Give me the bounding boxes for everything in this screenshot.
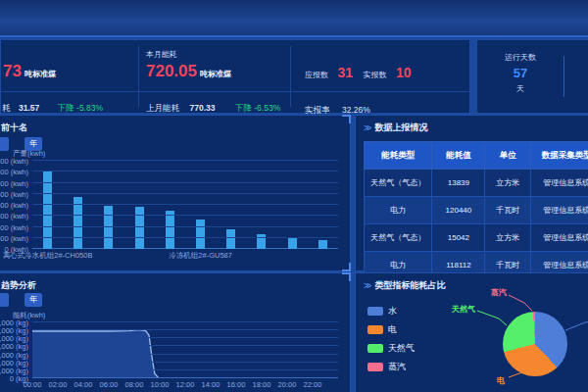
bar: [104, 206, 113, 249]
gridline: [32, 226, 338, 227]
rate-label: 实报率: [305, 105, 330, 115]
y-tick-label: 1,000 (kg): [0, 366, 28, 374]
legend-label: 蒸汽: [388, 361, 406, 373]
gridline: [32, 369, 338, 370]
bar: [288, 237, 297, 249]
trend-month-tab-partial[interactable]: [0, 293, 9, 307]
time-tick-label: 02:00: [49, 380, 68, 389]
month-label: 本月能耗: [146, 49, 177, 60]
legend-chip: [368, 344, 383, 353]
time-tick-label: 22:00: [304, 380, 322, 389]
table-cell: 15042: [432, 224, 485, 252]
running-label: 运行天数: [477, 52, 564, 63]
bar-chart[interactable]: 0 (kwh)1,000 (kwh)2,000 (kwh)3,000 (kwh)…: [32, 161, 338, 249]
legend-label: 电: [388, 323, 397, 336]
legend-label: 天然气: [388, 342, 415, 355]
actual-value: 10: [396, 65, 412, 80]
y-tick-label: 4,000 (kwh): [0, 201, 28, 210]
table-cell: 管理信息系统: [531, 224, 588, 252]
month-tab-partial[interactable]: [0, 137, 9, 151]
due-label: 应报数: [305, 71, 328, 79]
yesterday-value: 31.57: [19, 103, 39, 113]
time-tick-label: 16:00: [227, 380, 246, 389]
y-tick-label: 2,000 (kwh): [0, 222, 28, 231]
table-cell: 千瓦时: [485, 197, 531, 224]
running-divider: [564, 56, 564, 97]
table-cell: 13839: [432, 170, 485, 197]
panel-title-icon: ≫: [364, 281, 371, 290]
output-panel-title: 前十名: [1, 122, 27, 134]
lastmonth-label: 上月能耗: [146, 103, 179, 113]
legend-item[interactable]: 电: [368, 323, 415, 336]
y-tick-label: 2,000 (kg): [0, 358, 28, 367]
gridline: [32, 204, 338, 205]
table-cell: 电力: [365, 197, 432, 224]
table-header-cell: 能耗值: [432, 142, 485, 170]
table-cell: 管理信息系统: [531, 197, 588, 224]
trend-panel: 趋势分析 年 能耗(kwh) 0 (kg)1,000 (kg)2,000 (kg…: [0, 272, 351, 392]
table-header-cell: 数据采集类型: [531, 142, 588, 170]
table-panel-title: ≫数据上报情况: [364, 122, 427, 134]
gridline: [32, 337, 338, 338]
y-tick-label: 7,000 (kg): [0, 318, 28, 327]
y-tick-label: 3,000 (kg): [0, 350, 28, 359]
gridline: [32, 345, 338, 346]
actual-label: 实报数: [363, 71, 386, 79]
running-value: 57: [477, 66, 564, 80]
table-row: 电力120440千瓦时管理信息系统: [365, 197, 588, 224]
lastmonth-value: 770.33: [189, 103, 215, 113]
stats-horizontal-divider: [1, 91, 469, 92]
bar: [74, 197, 82, 249]
legend-chip: [368, 363, 383, 371]
bar: [226, 229, 235, 249]
legend-label: 水: [388, 305, 397, 318]
pie-panel: ≫类型指标能耗占比 水电天然气蒸汽 蒸汽 天然气 电: [355, 272, 588, 392]
gridline: [32, 160, 338, 161]
pie-chart[interactable]: [503, 312, 567, 376]
pie-label-steam: 蒸汽: [491, 287, 507, 298]
table-cell: 120440: [432, 197, 485, 224]
pie-legend: 水电天然气蒸汽: [368, 305, 415, 379]
rate-value: 32.26%: [342, 105, 370, 115]
time-tick-label: 10:00: [151, 380, 170, 389]
table-row: 天然气（气态）15042立方米管理信息系统: [365, 224, 588, 252]
yesterday-delta: 下降 -5.83%: [58, 103, 103, 113]
trend-chart[interactable]: 0 (kg)1,000 (kg)2,000 (kg)3,000 (kg)4,00…: [32, 322, 338, 378]
bar-series: [32, 161, 338, 249]
legend-item[interactable]: 水: [368, 305, 415, 318]
trend-year-tab[interactable]: 年: [24, 293, 42, 307]
table-header-cell: 单位: [485, 142, 531, 170]
time-tick-label: 08:00: [125, 380, 144, 389]
gridline: [32, 237, 338, 238]
report-table-panel: ≫数据上报情况 能耗类型能耗值单位数据采集类型 天然气（气态）13839立方米管…: [355, 115, 588, 271]
bar: [166, 211, 174, 249]
y-tick-label: 8,000 (kwh): [0, 157, 28, 166]
gridline: [32, 354, 338, 355]
legend-item[interactable]: 天然气: [368, 342, 415, 355]
table-cell: 天然气（气态）: [365, 170, 432, 197]
gridline: [32, 321, 338, 322]
gridline: [32, 182, 338, 183]
y-tick-label: 1,000 (kwh): [0, 233, 28, 242]
table-cell: 天然气（气态）: [365, 224, 432, 252]
legend-item[interactable]: 蒸汽: [368, 361, 415, 373]
time-tick-label: 04:00: [74, 380, 93, 389]
table-header-row: 能耗类型能耗值单位数据采集类型: [365, 142, 588, 170]
running-days-card: 运行天数 57 天: [476, 39, 588, 114]
lastmonth-delta: 下降 -6.53%: [235, 103, 280, 113]
gridline: [32, 171, 338, 172]
y-tick-label: 5,000 (kg): [0, 334, 28, 343]
table-cell: 立方米: [485, 224, 531, 252]
trend-x-axis: [32, 377, 338, 378]
table-header-cell: 能耗类型: [365, 142, 432, 170]
time-tick-label: 20:00: [278, 380, 297, 389]
time-tick-label: 14:00: [202, 380, 220, 389]
y-tick-label: 5,000 (kwh): [0, 189, 28, 198]
running-unit: 天: [477, 83, 564, 94]
y-tick-label: 3,000 (kwh): [0, 212, 28, 220]
month-unit: 吨标准煤: [200, 70, 231, 78]
y-tick-label: 4,000 (kg): [0, 342, 28, 351]
y-tick-label: 6,000 (kwh): [0, 178, 28, 187]
legend-chip: [368, 307, 383, 316]
pie-label-gas: 天然气: [452, 304, 475, 315]
